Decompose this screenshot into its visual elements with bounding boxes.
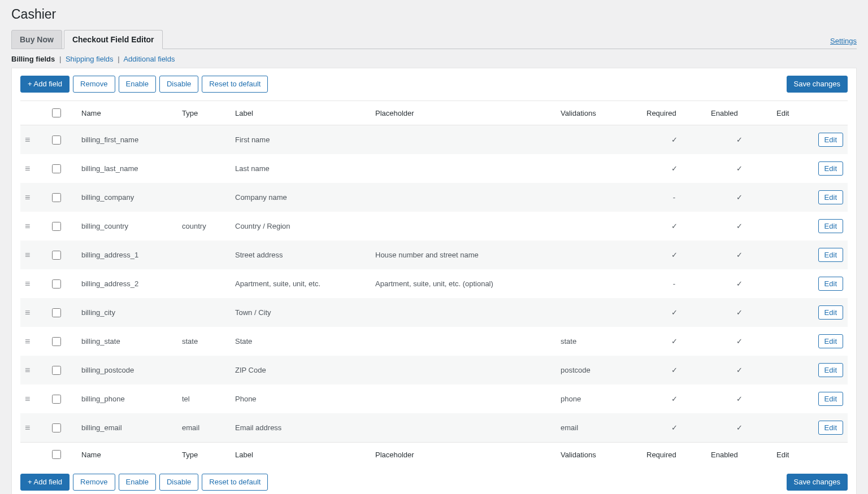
subtab-shipping-fields[interactable]: Shipping fields <box>66 55 114 63</box>
settings-link[interactable]: Settings <box>830 37 857 45</box>
row-checkbox[interactable] <box>52 193 61 202</box>
drag-handle-icon[interactable]: ≡ <box>25 279 30 288</box>
field-validations: postcode <box>556 356 642 384</box>
edit-button[interactable]: Edit <box>818 363 843 377</box>
edit-button[interactable]: Edit <box>818 277 843 291</box>
column-type: Type <box>177 101 231 125</box>
column-placeholder: Placeholder <box>371 101 556 125</box>
field-label: Town / City <box>231 298 371 327</box>
tabs: Buy Now Checkout Field Editor Settings <box>11 30 857 49</box>
disable-button[interactable]: Disable <box>159 76 198 93</box>
field-required: ✓ <box>642 241 706 269</box>
select-all-checkbox[interactable] <box>52 108 61 117</box>
row-checkbox[interactable] <box>52 135 61 145</box>
subtab-billing-fields[interactable]: Billing fields <box>11 55 55 63</box>
table-row: ≡billing_address_1Street addressHouse nu… <box>20 241 848 269</box>
drag-handle-icon[interactable]: ≡ <box>25 164 30 173</box>
save-changes-button-bottom[interactable]: Save changes <box>787 474 848 491</box>
subtab-additional-fields[interactable]: Additional fields <box>123 55 175 63</box>
field-placeholder: Apartment, suite, unit, etc. (optional) <box>371 269 556 298</box>
row-checkbox[interactable] <box>52 337 61 346</box>
drag-handle-icon[interactable]: ≡ <box>25 308 30 317</box>
column-label: Label <box>231 101 371 125</box>
drag-handle-icon[interactable]: ≡ <box>25 395 30 404</box>
field-label: Apartment, suite, unit, etc. <box>231 269 371 298</box>
edit-button[interactable]: Edit <box>818 248 843 262</box>
column-type-footer: Type <box>177 443 231 467</box>
tab-checkout-field-editor[interactable]: Checkout Field Editor <box>64 30 163 49</box>
edit-button[interactable]: Edit <box>818 190 843 204</box>
field-name: billing_postcode <box>77 356 177 384</box>
row-checkbox[interactable] <box>52 366 61 375</box>
row-checkbox[interactable] <box>52 423 61 432</box>
row-checkbox[interactable] <box>52 222 61 231</box>
field-validations: email <box>556 413 642 443</box>
field-validations <box>556 125 642 155</box>
drag-handle-icon[interactable]: ≡ <box>25 366 30 375</box>
row-checkbox[interactable] <box>52 279 61 288</box>
toolbar-top: + Add field Remove Enable Disable Reset … <box>20 68 848 95</box>
field-name: billing_country <box>77 212 177 241</box>
disable-button-bottom[interactable]: Disable <box>159 474 198 491</box>
drag-handle-icon[interactable]: ≡ <box>25 251 30 260</box>
field-label: Phone <box>231 384 371 413</box>
column-enabled-footer: Enabled <box>706 443 772 467</box>
column-required: Required <box>642 101 706 125</box>
edit-button[interactable]: Edit <box>818 219 843 233</box>
column-placeholder-footer: Placeholder <box>371 443 556 467</box>
field-type: state <box>177 327 231 356</box>
row-checkbox[interactable] <box>52 251 61 260</box>
reset-to-default-button-bottom[interactable]: Reset to default <box>202 474 268 491</box>
table-row: ≡billing_companyCompany name-✓Edit <box>20 183 848 212</box>
field-validations <box>556 183 642 212</box>
field-enabled: ✓ <box>706 183 772 212</box>
enable-button-bottom[interactable]: Enable <box>119 474 156 491</box>
field-label: Company name <box>231 183 371 212</box>
drag-handle-icon[interactable]: ≡ <box>25 337 30 346</box>
edit-button[interactable]: Edit <box>818 421 843 435</box>
subtabs: Billing fields | Shipping fields | Addit… <box>11 55 857 63</box>
field-label: Country / Region <box>231 212 371 241</box>
field-placeholder <box>371 327 556 356</box>
drag-handle-icon[interactable]: ≡ <box>25 135 30 145</box>
table-row: ≡billing_statestateStatestate✓✓Edit <box>20 327 848 356</box>
page-title: Cashier <box>11 7 857 22</box>
row-checkbox[interactable] <box>52 308 61 317</box>
remove-button[interactable]: Remove <box>73 76 115 93</box>
save-changes-button[interactable]: Save changes <box>787 76 848 93</box>
edit-button[interactable]: Edit <box>818 161 843 176</box>
table-row: ≡billing_cityTown / City✓✓Edit <box>20 298 848 327</box>
remove-button-bottom[interactable]: Remove <box>73 474 115 491</box>
field-name: billing_state <box>77 327 177 356</box>
edit-button[interactable]: Edit <box>818 392 843 406</box>
field-enabled: ✓ <box>706 298 772 327</box>
field-name: billing_company <box>77 183 177 212</box>
edit-button[interactable]: Edit <box>818 133 843 147</box>
drag-handle-icon[interactable]: ≡ <box>25 222 30 231</box>
edit-button[interactable]: Edit <box>818 305 843 320</box>
column-validations-footer: Validations <box>556 443 642 467</box>
row-checkbox[interactable] <box>52 164 61 173</box>
select-all-checkbox-footer[interactable] <box>52 450 61 459</box>
field-validations: phone <box>556 384 642 413</box>
field-validations <box>556 154 642 183</box>
edit-button[interactable]: Edit <box>818 334 843 348</box>
field-type: email <box>177 413 231 443</box>
field-placeholder <box>371 154 556 183</box>
field-type <box>177 125 231 155</box>
drag-handle-icon[interactable]: ≡ <box>25 193 30 202</box>
field-name: billing_first_name <box>77 125 177 155</box>
field-name: billing_address_2 <box>77 269 177 298</box>
field-validations <box>556 212 642 241</box>
field-type <box>177 154 231 183</box>
field-enabled: ✓ <box>706 413 772 443</box>
tab-buy-now[interactable]: Buy Now <box>11 30 62 49</box>
field-required: ✓ <box>642 384 706 413</box>
add-field-button[interactable]: + Add field <box>20 76 70 93</box>
reset-to-default-button[interactable]: Reset to default <box>202 76 268 93</box>
add-field-button-bottom[interactable]: + Add field <box>20 474 70 491</box>
row-checkbox[interactable] <box>52 395 61 404</box>
fields-panel: + Add field Remove Enable Disable Reset … <box>11 68 857 494</box>
enable-button[interactable]: Enable <box>119 76 156 93</box>
drag-handle-icon[interactable]: ≡ <box>25 423 30 432</box>
